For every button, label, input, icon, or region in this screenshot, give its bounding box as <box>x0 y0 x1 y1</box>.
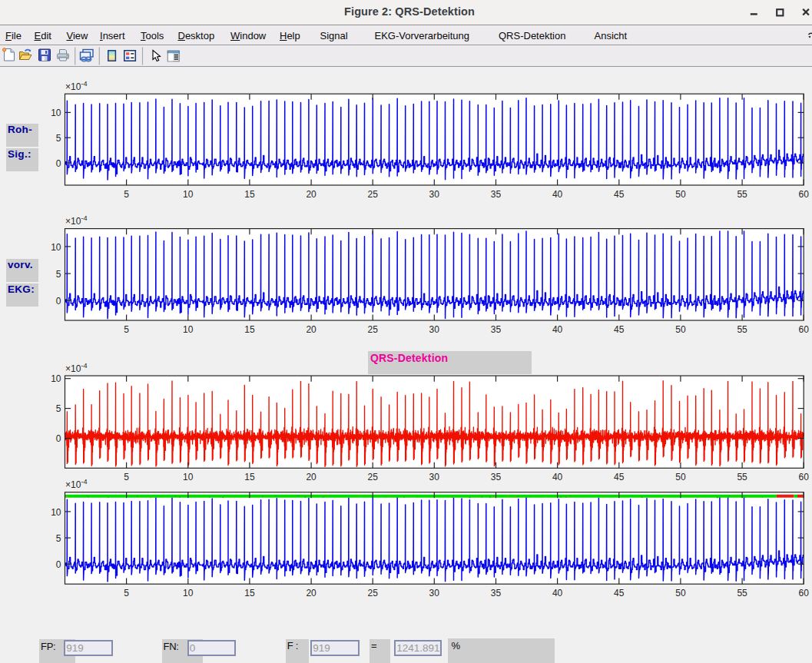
svg-text:55: 55 <box>737 324 747 335</box>
svg-text:×10: ×10 <box>65 363 81 374</box>
svg-text:5: 5 <box>124 588 129 598</box>
svg-text:30: 30 <box>429 324 440 335</box>
svg-text:45: 45 <box>614 189 625 200</box>
svg-text:5: 5 <box>124 472 129 482</box>
svg-text:35: 35 <box>491 189 502 200</box>
svg-text:60: 60 <box>799 324 810 335</box>
svg-text:-4: -4 <box>81 214 88 222</box>
svg-text:55: 55 <box>737 472 747 482</box>
svg-text:50: 50 <box>675 472 686 482</box>
svg-text:15: 15 <box>244 324 255 335</box>
svg-text:5: 5 <box>56 269 61 280</box>
svg-text:5: 5 <box>56 533 61 544</box>
svg-text:50: 50 <box>675 588 686 598</box>
svg-text:35: 35 <box>491 472 502 482</box>
svg-text:50: 50 <box>675 324 686 335</box>
svg-text:15: 15 <box>244 472 255 482</box>
svg-text:15: 15 <box>244 189 255 200</box>
svg-text:60: 60 <box>799 472 810 482</box>
svg-text:30: 30 <box>429 472 440 482</box>
svg-text:35: 35 <box>491 324 502 335</box>
svg-text:60: 60 <box>799 588 810 598</box>
svg-text:0: 0 <box>56 296 61 307</box>
svg-text:40: 40 <box>552 324 563 335</box>
svg-text:×10: ×10 <box>65 81 81 92</box>
svg-text:25: 25 <box>368 472 379 482</box>
svg-text:15: 15 <box>244 588 255 598</box>
svg-text:20: 20 <box>306 472 317 482</box>
svg-text:30: 30 <box>429 189 440 200</box>
svg-text:10: 10 <box>183 324 194 335</box>
svg-text:5: 5 <box>56 133 61 144</box>
svg-text:5: 5 <box>56 403 61 414</box>
svg-text:20: 20 <box>306 588 317 598</box>
svg-text:40: 40 <box>552 189 563 200</box>
svg-text:10: 10 <box>51 507 61 518</box>
svg-text:10: 10 <box>51 242 61 253</box>
svg-text:25: 25 <box>368 189 379 200</box>
svg-text:-4: -4 <box>81 362 88 370</box>
svg-text:60: 60 <box>799 189 810 200</box>
svg-text:5: 5 <box>124 189 129 200</box>
svg-text:10: 10 <box>183 189 194 200</box>
svg-text:×10: ×10 <box>65 479 81 490</box>
svg-text:50: 50 <box>675 189 686 200</box>
svg-text:20: 20 <box>306 324 317 335</box>
svg-text:0: 0 <box>56 158 61 169</box>
svg-text:-4: -4 <box>81 478 88 486</box>
svg-text:-4: -4 <box>81 80 88 88</box>
svg-text:5: 5 <box>124 324 129 335</box>
svg-text:25: 25 <box>368 324 379 335</box>
svg-text:10: 10 <box>51 108 61 118</box>
svg-text:45: 45 <box>614 324 625 335</box>
svg-text:35: 35 <box>491 588 502 598</box>
svg-text:45: 45 <box>614 472 625 482</box>
svg-text:×10: ×10 <box>65 216 81 227</box>
svg-text:10: 10 <box>51 373 61 384</box>
svg-text:20: 20 <box>306 189 317 200</box>
svg-text:55: 55 <box>737 189 747 200</box>
svg-text:10: 10 <box>183 472 194 482</box>
svg-text:55: 55 <box>737 588 747 598</box>
svg-text:0: 0 <box>56 559 61 570</box>
svg-text:40: 40 <box>552 588 563 598</box>
svg-text:0: 0 <box>56 433 61 444</box>
svg-text:30: 30 <box>429 588 440 598</box>
svg-text:40: 40 <box>552 472 563 482</box>
svg-text:10: 10 <box>183 588 194 598</box>
svg-text:25: 25 <box>368 588 379 598</box>
svg-text:45: 45 <box>614 588 625 598</box>
